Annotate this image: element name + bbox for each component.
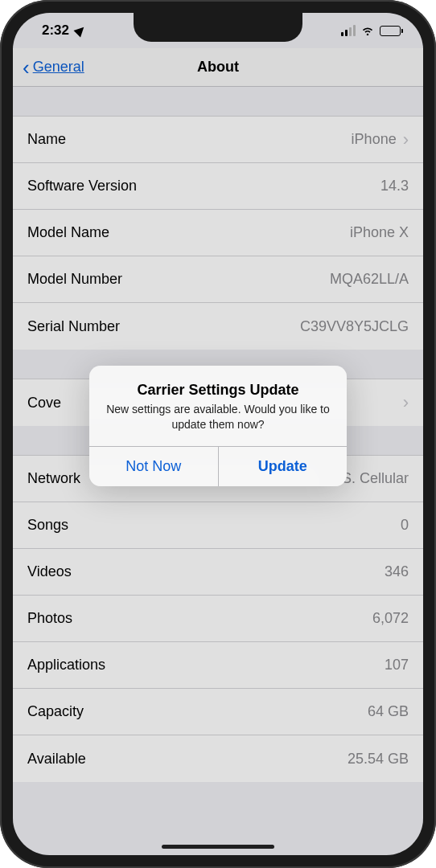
alert-backdrop: Carrier Settings Update New settings are… <box>13 13 423 855</box>
alert-not-now-button[interactable]: Not Now <box>89 447 218 486</box>
alert-update-button[interactable]: Update <box>218 447 348 486</box>
alert-dialog: Carrier Settings Update New settings are… <box>89 366 347 485</box>
alert-title: Carrier Settings Update <box>105 382 331 399</box>
alert-message: New settings are available. Would you li… <box>105 402 331 431</box>
